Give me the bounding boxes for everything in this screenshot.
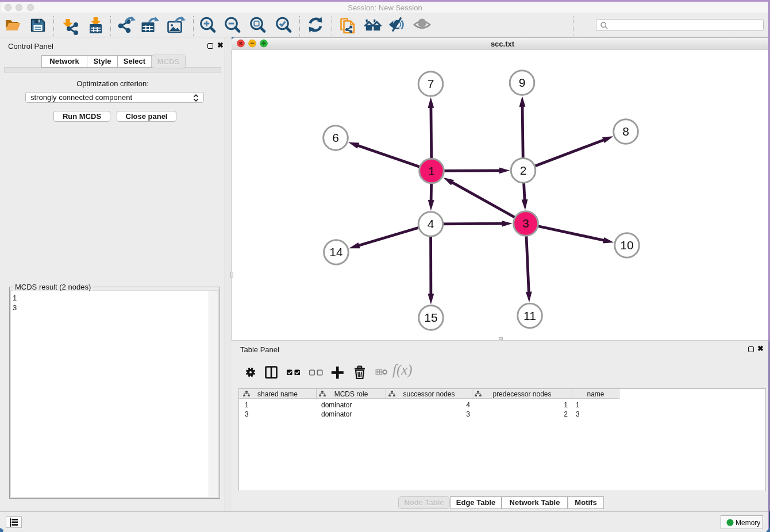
svg-text:7: 7 — [428, 77, 434, 90]
svg-text:10: 10 — [620, 238, 633, 252]
svg-text:15: 15 — [424, 311, 437, 324]
svg-text:1: 1 — [428, 164, 435, 178]
svg-text:11: 11 — [523, 309, 536, 322]
svg-text:14: 14 — [329, 245, 343, 259]
svg-text:3: 3 — [522, 217, 529, 230]
svg-text:2: 2 — [520, 164, 527, 177]
svg-text:8: 8 — [622, 125, 629, 138]
svg-text:4: 4 — [428, 217, 434, 230]
svg-text:6: 6 — [332, 131, 339, 144]
svg-text:9: 9 — [519, 76, 526, 89]
